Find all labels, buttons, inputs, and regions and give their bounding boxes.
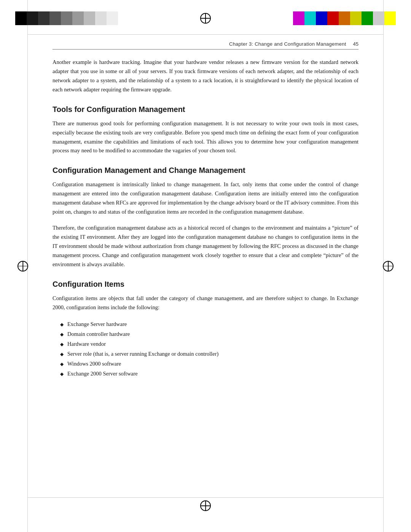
color-block-4 [49, 11, 61, 25]
config-change-paragraph-1: Configuration management is intrinsicall… [53, 180, 358, 217]
right-color-strip [293, 11, 396, 25]
bullet-3-diamond: ◆ [60, 340, 64, 349]
list-item: ◆ Exchange 2000 Server software [60, 369, 358, 379]
color-block-bright-yellow [384, 11, 396, 25]
color-block-red [327, 11, 339, 25]
color-block-yellow [350, 11, 362, 25]
top-bar [0, 7, 411, 30]
bullet-1-text: Exchange Server hardware [67, 319, 127, 329]
color-block-9 [107, 11, 118, 25]
top-center-crosshair [200, 13, 211, 24]
list-item: ◆ Hardware vendor [60, 339, 358, 349]
page: Chapter 3: Change and Configuration Mana… [0, 0, 411, 532]
page-number: 45 [353, 41, 358, 47]
list-item: ◆ Server role (that is, a server running… [60, 349, 358, 359]
right-crosshair [383, 261, 393, 272]
color-block-blue [316, 11, 327, 25]
bullet-6-text: Exchange 2000 Server software [67, 369, 138, 379]
color-block-7 [84, 11, 95, 25]
heading-config-change: Configuration Management and Change Mana… [53, 166, 358, 175]
chapter-info: Chapter 3: Change and Configuration Mana… [229, 41, 346, 47]
heading-config-items: Configuration Items [53, 280, 358, 289]
bullet-4-text: Server role (that is, a server running E… [67, 349, 218, 359]
list-item: ◆ Exchange Server hardware [60, 319, 358, 329]
page-header: Chapter 3: Change and Configuration Mana… [53, 41, 358, 50]
tools-paragraph: There are numerous good tools for perfor… [53, 119, 358, 156]
bullet-2-text: Domain controller hardware [67, 329, 130, 339]
list-item: ◆ Windows 2000 software [60, 359, 358, 369]
bullet-3-text: Hardware vendor [67, 339, 106, 349]
bullet-5-text: Windows 2000 software [67, 359, 121, 369]
color-block-light-gray [373, 11, 384, 25]
intro-paragraph: Another example is hardware tracking. Im… [53, 58, 358, 94]
bullet-2-diamond: ◆ [60, 331, 64, 339]
color-block-3 [38, 11, 49, 25]
margin-line-bottom [27, 497, 384, 498]
bullet-5-diamond: ◆ [60, 360, 64, 369]
bullet-4-diamond: ◆ [60, 350, 64, 359]
color-block-magenta [293, 11, 304, 25]
config-change-paragraph-2: Therefore, the configuration management … [53, 224, 358, 269]
bottom-crosshair [200, 500, 211, 511]
color-block-cyan [304, 11, 316, 25]
color-block-5 [61, 11, 72, 25]
config-items-paragraph: Configuration items are objects that fal… [53, 294, 358, 312]
list-item: ◆ Domain controller hardware [60, 329, 358, 339]
color-block-green [362, 11, 373, 25]
color-block-6 [72, 11, 84, 25]
color-block-2 [27, 11, 38, 25]
bullet-6-diamond: ◆ [60, 370, 64, 379]
color-block-8 [95, 11, 107, 25]
config-items-list: ◆ Exchange Server hardware ◆ Domain cont… [60, 319, 358, 379]
margin-line-top [27, 34, 384, 35]
heading-tools: Tools for Configuration Management [53, 105, 358, 114]
color-block-1 [15, 11, 27, 25]
page-content: Chapter 3: Change and Configuration Mana… [53, 41, 358, 491]
left-crosshair [18, 261, 28, 272]
bullet-1-diamond: ◆ [60, 321, 64, 329]
color-block-orange [339, 11, 350, 25]
left-color-strip [15, 11, 118, 25]
